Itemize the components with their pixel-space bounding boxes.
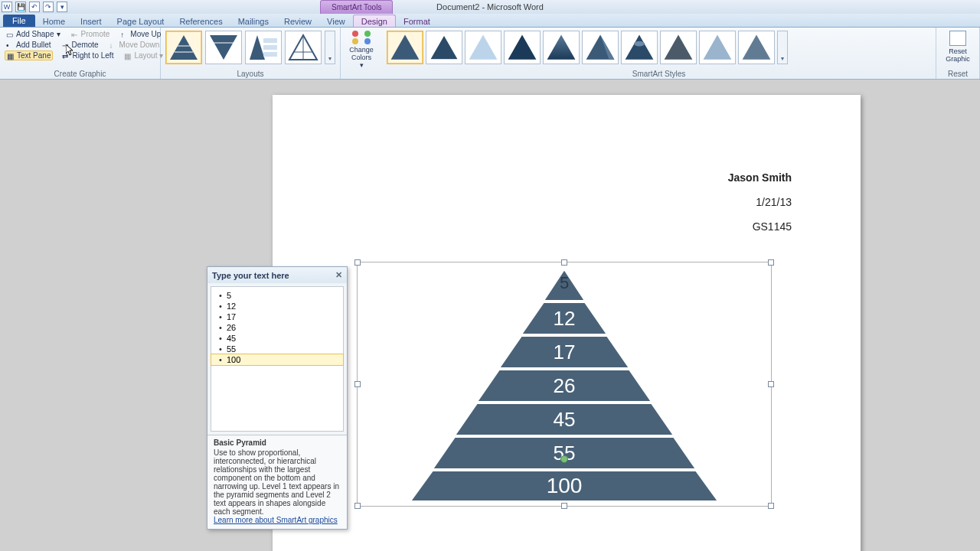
text-pane-item-selected[interactable]: 100 [211, 354, 343, 365]
pyramid-label-1[interactable]: 12 [554, 307, 576, 331]
text-pane-item[interactable]: 5 [211, 290, 343, 301]
text-pane-body[interactable]: 5 12 17 26 45 55 100 [211, 286, 344, 432]
title-bar: W 💾 ↶ ↷ ▾ Document2 - Microsoft Word Sma… [0, 0, 980, 14]
word-app-icon: W [2, 2, 12, 12]
text-pane-item[interactable]: 45 [211, 333, 343, 344]
style-1[interactable] [387, 31, 423, 64]
quick-access-toolbar: W 💾 ↶ ↷ ▾ [0, 0, 67, 14]
learn-more-link[interactable]: Learn more about SmartArt graphics [214, 516, 341, 524]
smartart-frame[interactable]: 5 12 17 26 45 55 100 [357, 262, 772, 507]
ribbon-tabs: File Home Insert Page Layout References … [0, 14, 980, 28]
text-pane-button[interactable]: ▦Text Pane [5, 51, 53, 60]
rotate-handle[interactable] [560, 455, 568, 463]
styles-more-button[interactable]: ▾ [777, 31, 788, 64]
resize-handle[interactable] [768, 503, 774, 509]
qat-more-icon[interactable]: ▾ [57, 2, 67, 12]
style-6[interactable] [582, 31, 619, 64]
resize-handle[interactable] [354, 503, 361, 509]
pyramid-label-4[interactable]: 45 [554, 408, 576, 432]
style-10[interactable] [738, 31, 775, 64]
group-layouts: ▾ Layouts [161, 28, 341, 79]
add-shape-button[interactable]: ▭Add Shape ▾ [5, 29, 62, 39]
tab-insert[interactable]: Insert [73, 15, 109, 27]
layouts-more-button[interactable]: ▾ [325, 31, 335, 64]
style-2[interactable] [426, 31, 462, 64]
document-date: 1/21/13 [756, 196, 792, 208]
tab-design[interactable]: Design [353, 15, 396, 27]
style-4[interactable] [504, 31, 541, 64]
tab-view[interactable]: View [319, 15, 353, 27]
style-5[interactable] [543, 31, 580, 64]
promote-button: ⇤Promote [70, 29, 112, 39]
text-pane-title: Type your text here [212, 271, 289, 280]
text-pane-header: Type your text here ✕ [207, 267, 347, 283]
group-label-styles: SmartArt Styles [387, 70, 931, 79]
text-pane-item[interactable]: 17 [211, 311, 343, 322]
text-pane-close-icon[interactable]: ✕ [335, 270, 342, 280]
text-pane-panel[interactable]: Type your text here ✕ 5 12 17 26 45 55 1… [207, 266, 348, 530]
tab-references[interactable]: References [172, 15, 230, 27]
right-to-left-button[interactable]: ⇄Right to Left [60, 51, 115, 60]
promote-icon: ⇤ [71, 31, 79, 38]
tab-format[interactable]: Format [396, 15, 438, 27]
resize-handle[interactable] [768, 259, 774, 266]
text-pane-item[interactable]: 55 [211, 344, 343, 354]
style-7[interactable] [621, 31, 658, 64]
resize-handle[interactable] [561, 259, 567, 266]
resize-handle[interactable] [768, 381, 774, 387]
style-3[interactable] [465, 31, 501, 64]
svg-marker-15 [508, 35, 537, 60]
resize-handle[interactable] [354, 259, 361, 266]
move-up-button[interactable]: ↑Move Up [119, 29, 162, 39]
add-shape-icon: ▭ [6, 31, 14, 38]
document-canvas[interactable]: Jason Smith 1/21/13 GS1145 [0, 80, 980, 551]
add-bullet-button[interactable]: •Add Bullet [5, 40, 53, 50]
reset-graphic-button[interactable]: Reset Graphic [941, 29, 975, 63]
svg-rect-8 [263, 52, 277, 57]
change-colors-button[interactable]: Change Colors ▾ [345, 29, 377, 70]
save-icon[interactable]: 💾 [15, 2, 26, 12]
layout-button: ▦Layout ▾ [122, 51, 165, 60]
layout-inverted-pyramid[interactable] [205, 31, 242, 64]
text-pane-item[interactable]: 26 [211, 322, 343, 333]
tab-home[interactable]: Home [35, 15, 73, 27]
desc-title: Basic Pyramid [214, 439, 341, 447]
pyramid-label-2[interactable]: 17 [554, 341, 576, 364]
class-code: GS1145 [753, 220, 792, 233]
move-down-icon: ↓ [109, 41, 117, 49]
style-8[interactable] [660, 31, 697, 64]
layout-icon: ▦ [124, 52, 132, 60]
page[interactable]: Jason Smith 1/21/13 GS1145 [273, 95, 861, 551]
demote-button[interactable]: ⇥Demote [60, 40, 100, 50]
redo-icon[interactable]: ↷ [43, 2, 54, 12]
pyramid-smartart[interactable]: 5 12 17 26 45 55 100 [365, 266, 763, 503]
style-9[interactable] [699, 31, 736, 64]
desc-body: Use to show proportional, interconnected… [214, 448, 341, 516]
pyramid-label-3[interactable]: 26 [554, 374, 576, 398]
pyramid-label-6[interactable]: 100 [547, 474, 583, 498]
svg-rect-7 [263, 45, 277, 50]
undo-icon[interactable]: ↶ [29, 2, 40, 12]
pyramid-label-0[interactable]: 5 [560, 273, 569, 293]
svg-marker-13 [430, 35, 459, 60]
tab-page-layout[interactable]: Page Layout [109, 15, 172, 27]
tab-file[interactable]: File [3, 15, 35, 27]
svg-marker-14 [469, 35, 498, 60]
svg-marker-16 [547, 35, 576, 60]
tab-mailings[interactable]: Mailings [230, 15, 276, 27]
demote-icon: ⇥ [62, 41, 70, 49]
layout-basic-pyramid[interactable] [165, 31, 202, 64]
move-up-icon: ↑ [120, 31, 128, 38]
resize-handle[interactable] [561, 503, 567, 509]
group-create-graphic: ▭Add Shape ▾ ⇤Promote ↑Move Up •Add Bull… [0, 28, 161, 79]
group-label-layouts: Layouts [165, 70, 335, 79]
resize-handle[interactable] [354, 381, 361, 387]
layout-pyramid-list[interactable] [245, 31, 282, 64]
svg-marker-21 [665, 35, 693, 60]
window-title: Document2 - Microsoft Word [436, 2, 544, 11]
layout-segmented-pyramid[interactable] [285, 31, 322, 64]
svg-marker-19 [626, 35, 654, 60]
tab-review[interactable]: Review [276, 15, 319, 27]
svg-rect-6 [263, 38, 277, 43]
text-pane-item[interactable]: 12 [211, 301, 343, 311]
